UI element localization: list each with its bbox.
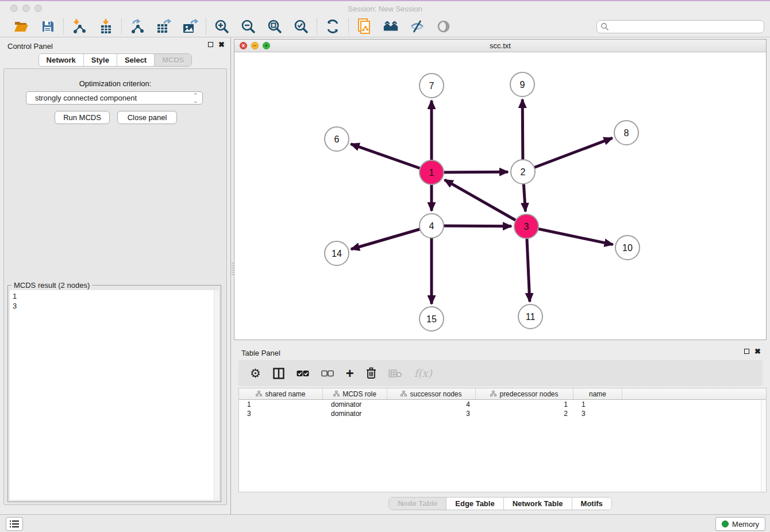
graph-edge-2-8[interactable] <box>523 138 613 172</box>
graph-node-10[interactable]: 10 <box>615 236 640 260</box>
zoom-fit-icon[interactable] <box>267 18 283 34</box>
open-session-icon[interactable] <box>13 18 29 34</box>
deselect-all-icon[interactable] <box>321 370 334 377</box>
column-header-MCDS-role[interactable]: MCDS role <box>323 388 387 399</box>
export-network-icon[interactable] <box>129 18 145 34</box>
table-panel: Table Panel ✖ ⚙ + f(x) shared nameMCDS r… <box>234 344 767 514</box>
network-window-titlebar[interactable]: × − + scc.txt <box>234 40 766 52</box>
table-cell[interactable]: dominator <box>323 409 387 418</box>
mcds-result-scrollbar[interactable] <box>214 290 219 500</box>
refresh-layout-icon[interactable] <box>325 18 341 34</box>
mcds-result-text[interactable]: 1 3 <box>10 290 214 500</box>
column-browser-icon[interactable] <box>273 368 284 379</box>
delete-column-icon[interactable] <box>366 367 376 379</box>
table-header-row: shared nameMCDS rolesuccessor nodesprede… <box>239 388 766 400</box>
import-network-icon[interactable] <box>71 18 87 34</box>
tab-select[interactable]: Select <box>117 54 155 66</box>
control-panel-tabs: NetworkStyleSelectMCDS <box>38 53 192 67</box>
graph-node-9[interactable]: 9 <box>510 72 534 97</box>
column-header-shared-name[interactable]: shared name <box>239 388 323 399</box>
zoom-out-icon[interactable] <box>240 18 256 34</box>
optimization-criterion-select[interactable]: strongly connected component ⌃⌄ <box>26 91 203 105</box>
hide-selected-icon[interactable] <box>409 18 425 34</box>
tab-style[interactable]: Style <box>84 54 117 66</box>
svg-text:6: 6 <box>334 134 340 144</box>
graph-node-4[interactable]: 4 <box>419 214 444 238</box>
table-cell[interactable]: 1 <box>239 400 323 409</box>
graph-node-15[interactable]: 15 <box>419 307 444 331</box>
close-panel-button[interactable]: Close panel <box>117 111 177 124</box>
column-header-successor-nodes[interactable]: successor nodes <box>387 388 476 399</box>
graph-node-8[interactable]: 8 <box>614 121 638 145</box>
tab-network-table[interactable]: Network Table <box>504 498 572 510</box>
function-builder-icon[interactable]: f(x) <box>414 367 432 379</box>
tab-node-table[interactable]: Node Table <box>389 498 446 510</box>
column-header-predecessor-nodes[interactable]: predecessor nodes <box>476 388 573 399</box>
search-input[interactable] <box>596 20 764 33</box>
svg-text:11: 11 <box>526 312 536 322</box>
graph-node-3[interactable]: 3 <box>514 214 538 238</box>
network-view-window: × − + scc.txt 7968124314101511 <box>234 39 767 340</box>
zoom-in-icon[interactable] <box>214 18 230 34</box>
graph-node-14[interactable]: 14 <box>325 241 349 265</box>
svg-text:7: 7 <box>429 81 434 91</box>
graph-node-2[interactable]: 2 <box>511 160 535 184</box>
close-panel-icon[interactable]: ✖ <box>218 42 225 47</box>
table-row[interactable]: 1dominator411 <box>239 400 766 409</box>
main-toolbar <box>0 16 770 37</box>
run-mcds-button[interactable]: Run MCDS <box>55 111 110 124</box>
column-settings-icon[interactable]: ⚙ <box>250 367 261 379</box>
add-column-icon[interactable]: + <box>346 368 354 379</box>
status-bar: Memory <box>0 514 770 532</box>
task-history-button[interactable] <box>6 517 23 531</box>
table-cell[interactable]: dominator <box>323 400 387 409</box>
network-graph[interactable]: 7968124314101511 <box>234 52 766 340</box>
float-table-panel-icon[interactable] <box>744 349 749 354</box>
export-table-icon[interactable] <box>156 18 172 34</box>
column-type-icon <box>256 390 262 398</box>
table-scrollbar[interactable] <box>761 400 766 492</box>
graph-node-6[interactable]: 6 <box>325 127 349 151</box>
node-table: shared nameMCDS rolesuccessor nodesprede… <box>238 388 767 492</box>
search-field-wrap <box>596 20 764 33</box>
table-cell[interactable]: 3 <box>239 409 323 418</box>
graph-node-1[interactable]: 1 <box>419 160 444 184</box>
svg-text:3: 3 <box>524 222 529 232</box>
save-session-icon[interactable] <box>40 18 56 34</box>
memory-button[interactable]: Memory <box>715 517 765 531</box>
table-cell[interactable]: 4 <box>387 400 476 409</box>
tab-edge-table[interactable]: Edge Table <box>446 498 503 510</box>
graph-edge-3-10[interactable] <box>526 226 613 245</box>
app-titlebar: Session: New Session <box>0 1 770 16</box>
first-neighbors-icon[interactable] <box>383 18 399 34</box>
graph-edge-3-1[interactable] <box>445 180 526 226</box>
table-cell[interactable]: 1 <box>476 400 573 409</box>
column-header-name[interactable]: name <box>573 388 622 399</box>
table-row[interactable]: 3dominator323 <box>239 409 766 418</box>
tab-motifs[interactable]: Motifs <box>572 498 611 510</box>
table-cell[interactable]: 1 <box>573 400 622 409</box>
optimization-criterion-label: Optimization criterion: <box>4 79 226 88</box>
new-network-icon[interactable] <box>356 18 372 34</box>
import-table-icon[interactable] <box>98 18 114 34</box>
birdseye-icon[interactable] <box>436 18 452 34</box>
close-table-panel-icon[interactable]: ✖ <box>754 349 761 354</box>
control-panel-title: Control Panel <box>7 42 53 51</box>
graph-node-11[interactable]: 11 <box>518 304 542 329</box>
graph-node-7[interactable]: 7 <box>419 74 444 98</box>
float-panel-icon[interactable] <box>208 42 213 47</box>
select-all-icon[interactable] <box>297 370 309 377</box>
svg-text:4: 4 <box>429 221 434 231</box>
svg-text:2: 2 <box>521 167 526 177</box>
column-type-icon <box>401 390 407 398</box>
tab-network[interactable]: Network <box>39 54 84 66</box>
delete-table-icon[interactable] <box>388 369 402 378</box>
export-image-icon[interactable] <box>182 18 198 34</box>
tab-mcds[interactable]: MCDS <box>155 54 191 66</box>
graph-edge-1-6[interactable] <box>351 144 432 172</box>
table-cell[interactable]: 2 <box>476 409 573 418</box>
table-cell[interactable]: 3 <box>573 409 622 418</box>
zoom-selected-icon[interactable] <box>293 18 309 34</box>
table-cell[interactable]: 3 <box>387 409 476 418</box>
mcds-result-title: MCDS result (2 nodes) <box>11 281 92 290</box>
